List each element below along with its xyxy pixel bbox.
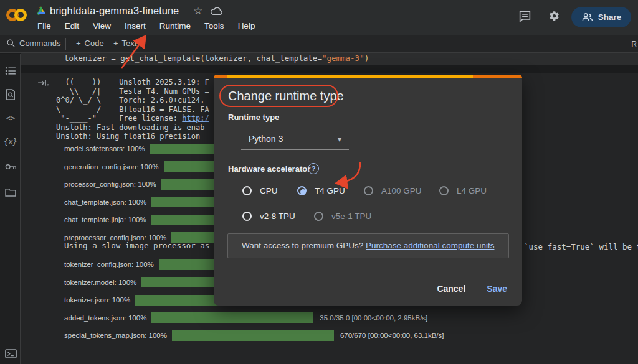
radio-icon bbox=[242, 212, 252, 221]
add-text-button[interactable]: + Text bbox=[113, 39, 136, 48]
progress-bar bbox=[172, 330, 334, 341]
find-replace-icon[interactable] bbox=[4, 88, 17, 101]
radio-disabled-icon bbox=[439, 186, 449, 195]
table-of-contents-icon[interactable] bbox=[4, 65, 17, 77]
plus-icon: + bbox=[76, 39, 81, 48]
variables-icon[interactable]: {x} bbox=[4, 136, 17, 148]
help-icon[interactable]: ? bbox=[308, 163, 319, 174]
radio-disabled-icon bbox=[364, 186, 373, 195]
dialog-buttons: Cancel Save bbox=[437, 284, 507, 294]
purchase-compute-link[interactable]: Purchase additional compute units bbox=[366, 241, 494, 250]
save-button[interactable]: Save bbox=[487, 284, 507, 294]
progress-bar bbox=[151, 312, 313, 323]
colab-logo-icon[interactable] bbox=[6, 7, 29, 24]
people-icon bbox=[581, 12, 593, 22]
app-header: brightdata-gemma3-finetune ☆ File Edit V… bbox=[0, 0, 638, 35]
toolbar-right-fragment: R bbox=[631, 40, 637, 49]
notebook-toolbar: Commands + Code + Text R bbox=[0, 35, 638, 53]
radio-disabled-icon bbox=[314, 212, 323, 221]
share-button[interactable]: Share bbox=[571, 7, 631, 27]
radio-selected-icon bbox=[297, 186, 307, 195]
progress-stats: 35.0/35.0 [00:00<00:00, 2.95kB/s] bbox=[320, 314, 427, 322]
add-code-label: Code bbox=[85, 39, 104, 48]
dialog-title: Change runtime type bbox=[228, 89, 344, 103]
progress-row: added_tokens.json: 100%35.0/35.0 [00:00<… bbox=[64, 309, 444, 327]
menu-runtime[interactable]: Runtime bbox=[160, 21, 191, 30]
menu-bar: File Edit View Insert Runtime Tools Help bbox=[37, 21, 255, 30]
add-text-label: Text bbox=[122, 39, 137, 48]
runtime-type-label: Runtime type bbox=[228, 113, 279, 122]
slow-processor-warning-right: `use_fast=True` will be t bbox=[524, 242, 638, 251]
code-string-literal: "gemma-3" bbox=[322, 54, 364, 63]
menu-view[interactable]: View bbox=[93, 21, 111, 30]
toolbar-divider bbox=[65, 38, 66, 50]
menu-insert[interactable]: Insert bbox=[125, 21, 146, 30]
premium-gpu-banner: Want access to premium GPUs? Purchase ad… bbox=[227, 233, 509, 258]
radio-option-a100-gpu[interactable]: A100 GPU bbox=[364, 186, 422, 195]
radio-option-t4-gpu[interactable]: T4 GPU bbox=[297, 186, 345, 195]
commands-button[interactable]: Commands bbox=[6, 39, 60, 48]
output-scroll-icon[interactable] bbox=[37, 79, 50, 89]
cancel-button[interactable]: Cancel bbox=[437, 284, 465, 294]
license-link[interactable]: http:/ bbox=[182, 114, 209, 123]
notebook-title[interactable]: brightdata-gemma3-finetune bbox=[50, 5, 179, 17]
code-text: tokenizer = get_chat_template bbox=[64, 54, 200, 63]
colab-ring-right bbox=[14, 9, 27, 21]
radio-icon bbox=[242, 186, 252, 195]
code-snippets-icon[interactable]: <> bbox=[4, 112, 17, 124]
secrets-key-icon[interactable] bbox=[4, 161, 17, 173]
hardware-accelerator-label: Hardware accelerator bbox=[228, 164, 310, 174]
star-icon[interactable]: ☆ bbox=[193, 4, 202, 17]
unsloth-ascii-banner: ==((====))== Unsloth 2025.3.19: F \\ /| … bbox=[56, 78, 214, 141]
files-folder-icon[interactable] bbox=[4, 185, 17, 198]
radio-option-v2-8-tpu[interactable]: v2-8 TPU bbox=[242, 212, 295, 221]
search-icon bbox=[6, 39, 16, 48]
code-line[interactable]: tokenizer = get_chat_template(tokenizer,… bbox=[64, 54, 369, 63]
runtime-type-select[interactable]: Python 3 ▾ bbox=[241, 129, 349, 150]
settings-gear-icon[interactable] bbox=[548, 10, 561, 23]
share-label: Share bbox=[598, 12, 622, 22]
menu-tools[interactable]: Tools bbox=[204, 21, 224, 30]
menu-file[interactable]: File bbox=[37, 21, 51, 30]
change-runtime-dialog: Change runtime type Runtime type Python … bbox=[214, 75, 522, 306]
cloud-status-icon bbox=[211, 6, 223, 16]
progress-row: special_tokens_map.json: 100%670/670 [00… bbox=[64, 327, 444, 345]
plus-icon: + bbox=[113, 39, 118, 48]
menu-help[interactable]: Help bbox=[238, 21, 255, 30]
commands-label: Commands bbox=[19, 39, 60, 48]
radio-option-cpu[interactable]: CPU bbox=[242, 186, 278, 195]
chevron-down-icon: ▾ bbox=[338, 135, 341, 144]
radio-option-v5e-1-tpu[interactable]: v5e-1 TPU bbox=[314, 212, 371, 221]
runtime-type-value: Python 3 bbox=[249, 134, 283, 144]
colab-window: brightdata-gemma3-finetune ☆ File Edit V… bbox=[0, 0, 638, 364]
add-code-button[interactable]: + Code bbox=[76, 39, 104, 48]
menu-edit[interactable]: Edit bbox=[65, 21, 79, 30]
slow-processor-warning: Using a slow image processor as `u bbox=[64, 241, 224, 250]
drive-icon bbox=[36, 6, 47, 17]
dialog-accent-bar bbox=[214, 75, 522, 78]
progress-stats: 670/670 [00:00<00:00, 63.1kB/s] bbox=[340, 332, 444, 339]
premium-text: Want access to premium GPUs? bbox=[242, 241, 366, 250]
comments-icon[interactable] bbox=[518, 10, 531, 23]
terminal-icon[interactable] bbox=[4, 347, 17, 360]
radio-option-l4-gpu[interactable]: L4 GPU bbox=[439, 186, 487, 195]
left-sidebar: <> {x} bbox=[0, 54, 21, 364]
